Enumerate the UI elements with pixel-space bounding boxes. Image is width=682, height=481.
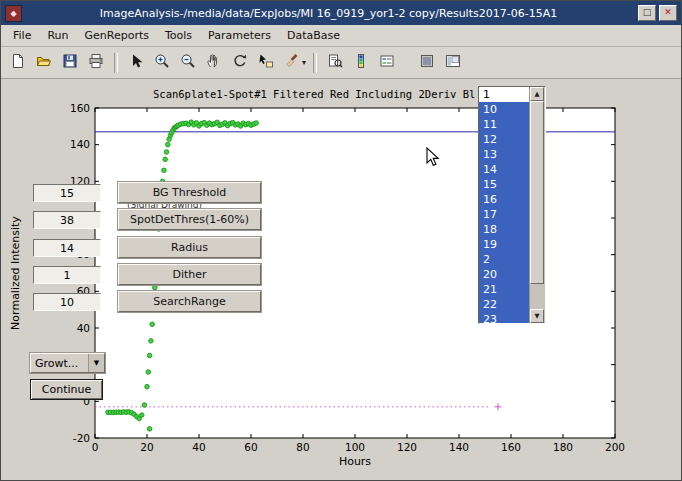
list-item-16[interactable]: 16: [479, 192, 529, 207]
open-folder-icon: [36, 53, 52, 73]
growth-popup-menu[interactable]: Growt...▼: [30, 353, 105, 373]
hide-plot-tools-button[interactable]: [414, 50, 440, 76]
button-radius[interactable]: Radius: [118, 237, 261, 258]
pan-hand-icon: [206, 53, 222, 73]
list-item-19[interactable]: 19: [479, 237, 529, 252]
new-file-button[interactable]: [5, 50, 31, 76]
show-plot-tools-icon: [445, 53, 461, 73]
list-item-23[interactable]: 23: [479, 312, 529, 323]
close-button[interactable]: ✕: [659, 5, 677, 21]
insert-legend-icon: [379, 53, 395, 73]
list-item-21[interactable]: 21: [479, 282, 529, 297]
list-item-20[interactable]: 20: [479, 267, 529, 282]
insert-legend-button[interactable]: [374, 50, 400, 76]
pan-hand-button[interactable]: [201, 50, 227, 76]
edit-spotdetthres-1-60[interactable]: [33, 211, 101, 229]
edit-dither[interactable]: [33, 266, 101, 284]
list-item-17[interactable]: 17: [479, 207, 529, 222]
list-item-2[interactable]: 2: [479, 252, 529, 267]
open-folder-button[interactable]: [31, 50, 57, 76]
list-item-1[interactable]: 1: [479, 87, 529, 102]
rotate-3d-button[interactable]: [227, 50, 253, 76]
list-item-10[interactable]: 10: [479, 102, 529, 117]
menu-item-tools[interactable]: Tools: [157, 26, 200, 45]
list-item-13[interactable]: 13: [479, 147, 529, 162]
popup-dropdown-arrow-icon: ▼: [88, 354, 104, 372]
mouse-cursor: [426, 147, 440, 171]
app-window: ◆ ImageAnalysis-/media/data/ExpJobs/MI 1…: [0, 0, 682, 481]
menu-item-genreports[interactable]: GenReports: [77, 26, 157, 45]
list-item-15[interactable]: 15: [479, 177, 529, 192]
menu-item-file[interactable]: File: [5, 26, 39, 45]
toolbar-separator: [313, 53, 317, 73]
list-item-14[interactable]: 14: [479, 162, 529, 177]
brush-icon: [284, 53, 300, 73]
save-button[interactable]: [57, 50, 83, 76]
edit-plot-arrow-button[interactable]: [123, 50, 149, 76]
scroll-thumb[interactable]: [530, 101, 544, 284]
list-item-18[interactable]: 18: [479, 222, 529, 237]
list-item-22[interactable]: 22: [479, 297, 529, 312]
edit-radius[interactable]: [33, 239, 101, 257]
print-icon: [88, 53, 104, 73]
save-icon: [62, 53, 78, 73]
button-dither[interactable]: Dither: [118, 264, 261, 285]
edit-searchrange[interactable]: [33, 293, 101, 311]
edit-bg-threshold[interactable]: [33, 184, 101, 202]
menu-item-run[interactable]: Run: [39, 26, 76, 45]
controls-overlay: BG ThresholdSpotDetThres(1-60%)RadiusDit…: [1, 79, 681, 481]
menubar: FileRunGenReportsToolsParametersDataBase: [1, 25, 681, 47]
toolbar-separator: [114, 53, 118, 73]
continue-button[interactable]: Continue: [30, 379, 103, 400]
insert-colorbar-button[interactable]: [348, 50, 374, 76]
show-plot-tools-button[interactable]: [440, 50, 466, 76]
edit-plot-arrow-icon: [128, 53, 144, 73]
listbox-items: 110111213141516171819220212223: [479, 87, 529, 323]
maximize-button[interactable]: □: [638, 5, 656, 21]
toolbar: ▾: [1, 47, 681, 79]
zoom-in-icon: [154, 53, 170, 73]
hide-plot-tools-icon: [419, 53, 435, 73]
scroll-up-button[interactable]: ▲: [530, 87, 544, 101]
button-bg-threshold[interactable]: BG Threshold: [118, 182, 261, 203]
zoom-in-button[interactable]: [149, 50, 175, 76]
window-title: ImageAnalysis-/media/data/ExpJobs/MI 16_…: [22, 7, 635, 20]
list-item-12[interactable]: 12: [479, 132, 529, 147]
data-cursor-button[interactable]: [253, 50, 279, 76]
print-button[interactable]: [83, 50, 109, 76]
button-spotdetthres-1-60[interactable]: SpotDetThres(1-60%): [118, 209, 261, 230]
menu-item-database[interactable]: DataBase: [279, 26, 348, 45]
brush-dropdown-caret-icon[interactable]: ▾: [302, 58, 306, 67]
listbox-scrollbar[interactable]: ▲ ▼: [529, 87, 545, 323]
list-item-11[interactable]: 11: [479, 117, 529, 132]
titlebar: ◆ ImageAnalysis-/media/data/ExpJobs/MI 1…: [1, 1, 681, 25]
app-icon[interactable]: ◆: [5, 5, 22, 22]
data-cursor-icon: [258, 53, 274, 73]
menu-item-parameters[interactable]: Parameters: [200, 26, 279, 45]
growth-popup-label: Growt...: [31, 357, 88, 370]
scroll-down-button[interactable]: ▼: [530, 309, 544, 323]
value-listbox: 110111213141516171819220212223 ▲ ▼: [478, 86, 546, 324]
zoom-out-icon: [180, 53, 196, 73]
insert-colorbar-icon: [353, 53, 369, 73]
print-preview-button[interactable]: [322, 50, 348, 76]
print-preview-icon: [327, 53, 343, 73]
app-icon-glyph: ◆: [10, 7, 16, 20]
zoom-out-button[interactable]: [175, 50, 201, 76]
figure-area: 020406080100120140160180200-200204060801…: [1, 79, 681, 481]
rotate-3d-icon: [232, 53, 248, 73]
button-searchrange[interactable]: SearchRange: [118, 291, 261, 312]
new-file-icon: [10, 53, 26, 73]
